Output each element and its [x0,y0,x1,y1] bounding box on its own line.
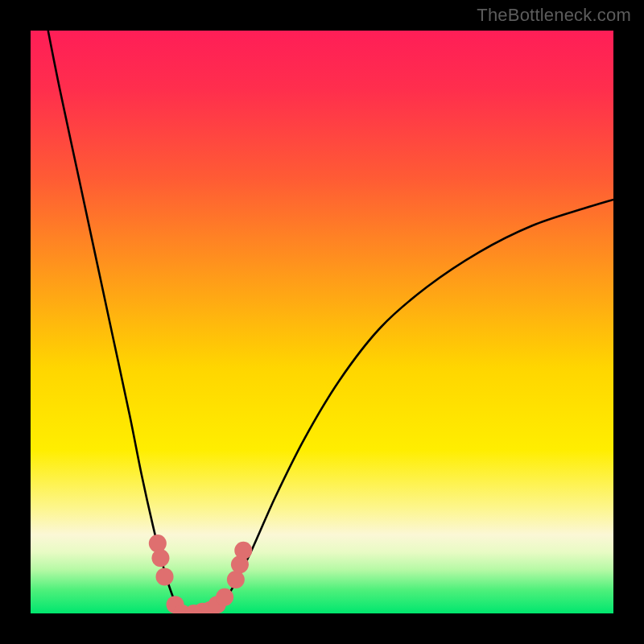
plot-area [31,31,613,613]
marker-dot [156,568,174,585]
bottleneck-curve [48,31,613,613]
chart-frame: TheBottleneck.com [0,0,644,644]
marker-dot [151,549,169,567]
highlight-dots [149,535,252,613]
marker-dot [216,588,233,606]
marker-dot [149,535,167,552]
chart-svg [31,31,613,613]
watermark-text: TheBottleneck.com [477,5,631,26]
marker-dot [234,542,252,559]
marker-dot [227,571,245,588]
